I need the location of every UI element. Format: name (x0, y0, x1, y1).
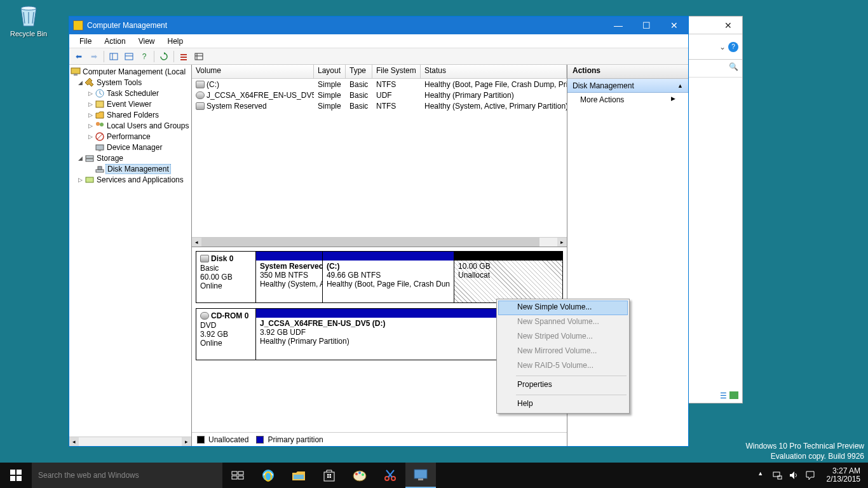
list-row[interactable]: (C:) Simple Basic NTFS Healthy (Boot, Pa… (192, 79, 567, 90)
users-icon (95, 121, 105, 131)
performance-icon (95, 132, 105, 142)
explorer-taskbar-icon[interactable] (283, 463, 314, 488)
svg-rect-26 (10, 470, 15, 475)
explorer-dropdown-icon[interactable]: ⌄ (719, 43, 726, 51)
expand-icon[interactable]: ▷ (77, 177, 83, 183)
ie-taskbar-icon[interactable] (253, 463, 283, 488)
tree-root[interactable]: Computer Management (Local (71, 66, 190, 77)
list-row[interactable]: J_CCSA_X64FRE_EN-US_DV5 (D:) Simple Basi… (192, 90, 567, 100)
action-center-icon[interactable] (805, 470, 815, 480)
properties[interactable]: Properties (498, 378, 628, 393)
expand-icon[interactable]: ▷ (87, 133, 93, 140)
tree-scrollbar[interactable]: ◂▸ (69, 437, 191, 446)
help[interactable]: Help (498, 397, 628, 412)
cdrom-icon (200, 312, 209, 320)
windows-logo-icon (10, 470, 22, 481)
new-simple-volume[interactable]: New Simple Volume... (498, 301, 628, 315)
col-layout[interactable]: Layout (314, 65, 346, 78)
tree-local-users[interactable]: ▷Local Users and Groups (71, 120, 190, 131)
tree-storage[interactable]: ◢Storage (71, 152, 190, 163)
actions-subtitle[interactable]: Disk Management ▲ (567, 79, 688, 93)
tree-performance[interactable]: ▷Performance (71, 131, 190, 142)
minimize-button[interactable]: — (604, 17, 632, 34)
expand-icon[interactable]: ▷ (87, 90, 93, 97)
store-taskbar-icon[interactable] (314, 463, 344, 488)
svg-rect-24 (98, 166, 102, 170)
svg-rect-30 (232, 471, 237, 475)
legend-primary: Primary partition (268, 435, 323, 444)
expand-icon[interactable]: ▷ (87, 123, 93, 129)
show-hide-button[interactable] (107, 50, 121, 64)
tree-disk-management[interactable]: Disk Management (71, 163, 190, 174)
refresh-button[interactable] (157, 50, 171, 64)
services-icon (85, 175, 95, 185)
col-filesystem[interactable]: File System (372, 65, 421, 78)
back-button[interactable]: ⬅ (72, 50, 86, 64)
tree-services-applications[interactable]: ▷Services and Applications (71, 174, 190, 185)
partition-c[interactable]: (C:)49.66 GB NTFSHealthy (Boot, Page Fil… (323, 252, 454, 302)
collapse-icon[interactable]: ◢ (77, 79, 83, 86)
details-view-button[interactable] (192, 50, 206, 64)
disk-0-label[interactable]: Disk 0 Basic 60.00 GB Online (196, 251, 255, 303)
start-button[interactable] (0, 463, 32, 488)
col-type[interactable]: Type (346, 65, 372, 78)
expand-icon[interactable]: ▷ (87, 101, 93, 107)
storage-icon (85, 153, 95, 163)
tree-system-tools[interactable]: ◢ System Tools (71, 77, 190, 88)
partition-unallocated[interactable]: 10.00 GBUnallocat (454, 252, 562, 302)
tree-shared-folders[interactable]: ▷Shared Folders (71, 109, 190, 120)
tree-event-viewer[interactable]: ▷Event Viewer (71, 98, 190, 109)
list-view-button[interactable] (177, 50, 191, 64)
show-hidden-icons[interactable]: ▲ (756, 470, 766, 480)
search-input[interactable]: Search the web and Windows (32, 463, 222, 488)
more-actions[interactable]: More Actions ▶ (567, 93, 688, 107)
col-volume[interactable]: Volume (192, 65, 314, 78)
close-button[interactable]: ✕ (660, 17, 688, 34)
collapse-up-icon[interactable]: ▲ (677, 83, 683, 89)
tree-task-scheduler[interactable]: ▷Task Scheduler (71, 88, 190, 98)
explorer-help-icon[interactable]: ? (728, 42, 738, 52)
legend: Unallocated Primary partition (192, 432, 567, 446)
maximize-button[interactable]: ☐ (632, 17, 660, 34)
snipping-taskbar-icon[interactable] (375, 463, 405, 488)
refresh-action-button[interactable]: ? (137, 50, 151, 64)
tree-device-manager[interactable]: Device Manager (71, 142, 190, 152)
menubar: File Action View Help (69, 34, 688, 48)
expand-icon[interactable]: ▷ (87, 112, 93, 118)
recycle-bin[interactable]: Recycle Bin (6, 3, 51, 37)
paint-taskbar-icon[interactable] (344, 463, 375, 488)
new-mirrored-volume: New Mirrored Volume... (498, 344, 628, 359)
network-icon[interactable] (772, 470, 782, 480)
partition-system-reserved[interactable]: System Reservec350 MB NTFSHealthy (Syste… (256, 252, 323, 302)
titlebar[interactable]: Computer Management — ☐ ✕ (69, 17, 688, 34)
list-row[interactable]: System Reserved Simple Basic NTFS Health… (192, 100, 567, 111)
mmc-taskbar-icon[interactable] (405, 463, 436, 488)
explorer-view-details-icon[interactable]: ☰ (720, 391, 727, 400)
task-view-button[interactable] (222, 463, 253, 488)
list-scrollbar[interactable]: ◂▸ (192, 237, 567, 247)
help-button[interactable] (122, 50, 136, 64)
disk-0-row: Disk 0 Basic 60.00 GB Online System Rese… (196, 251, 563, 303)
svg-rect-14 (96, 101, 104, 107)
svg-rect-25 (86, 177, 93, 182)
menu-file[interactable]: File (73, 36, 98, 47)
svg-rect-21 (86, 156, 93, 158)
col-status[interactable]: Status (421, 65, 567, 78)
menu-help[interactable]: Help (161, 36, 190, 47)
explorer-close-button[interactable]: ✕ (714, 17, 742, 34)
svg-rect-40 (327, 477, 329, 478)
menu-action[interactable]: Action (98, 36, 132, 47)
file-explorer-window[interactable]: ✕ ⌄ ? 🔍 ☰ (686, 16, 743, 403)
volume-icon[interactable] (789, 470, 799, 480)
clock[interactable]: 3:27 AM 2/13/2015 (822, 464, 865, 486)
forward-button[interactable]: ➡ (87, 50, 101, 64)
explorer-view-tiles-icon[interactable] (729, 391, 738, 399)
explorer-search-icon[interactable]: 🔍 (729, 62, 738, 71)
context-menu: New Simple Volume... New Spanned Volume.… (496, 299, 630, 414)
collapse-icon[interactable]: ◢ (77, 155, 83, 161)
cdrom-0-label[interactable]: CD-ROM 0 DVD 3.92 GB Online (196, 308, 255, 360)
volume-list: Volume Layout Type File System Status (C… (192, 65, 567, 247)
legend-swatch-primary (256, 436, 264, 444)
menu-view[interactable]: View (132, 36, 161, 47)
device-manager-icon (95, 142, 105, 152)
